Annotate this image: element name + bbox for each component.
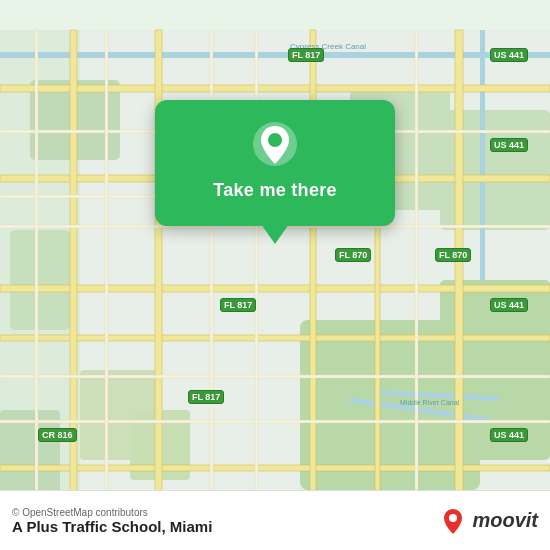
bottom-left-info: © OpenStreetMap contributors A Plus Traf… [12,507,212,535]
attribution-text: © OpenStreetMap contributors [12,507,212,518]
take-me-there-button[interactable]: Take me there [213,180,337,201]
shield-us441-second: US 441 [490,138,528,152]
map-container[interactable]: Cypress Creek Canal Middle River Canal F… [0,0,550,550]
shield-cr816: CR 816 [38,428,77,442]
shield-us441-lower: US 441 [490,428,528,442]
svg-rect-12 [480,30,485,280]
shield-fl870-right: FL 870 [435,248,471,262]
shield-fl817-lower: FL 817 [188,390,224,404]
svg-rect-33 [415,30,418,520]
svg-rect-26 [0,375,550,378]
svg-rect-34 [35,30,38,520]
shield-fl870-left: FL 870 [335,248,371,262]
svg-rect-23 [375,180,380,520]
svg-rect-19 [70,30,77,520]
svg-rect-3 [10,230,70,330]
location-pin-icon [251,120,299,168]
shield-fl817-middle: FL 817 [220,298,256,312]
svg-point-38 [268,133,282,147]
shield-fl817-top: FL 817 [288,48,324,62]
popup-card[interactable]: Take me there [155,100,395,226]
bottom-bar: © OpenStreetMap contributors A Plus Traf… [0,490,550,550]
svg-rect-18 [0,465,550,471]
shield-us441-middle: US 441 [490,298,528,312]
shield-us441-top: US 441 [490,48,528,62]
moovit-logo: moovit [439,507,538,535]
svg-rect-27 [0,420,550,423]
svg-point-39 [449,514,457,522]
place-title: A Plus Traffic School, Miami [12,518,212,535]
svg-rect-16 [0,285,550,292]
svg-rect-11 [0,52,550,58]
svg-rect-17 [0,335,550,341]
moovit-brand-icon [439,507,467,535]
svg-text:Middle River Canal: Middle River Canal [400,399,460,406]
svg-rect-14 [0,85,550,92]
moovit-brand-text: moovit [472,509,538,532]
svg-rect-21 [455,30,463,520]
svg-rect-30 [105,30,108,520]
